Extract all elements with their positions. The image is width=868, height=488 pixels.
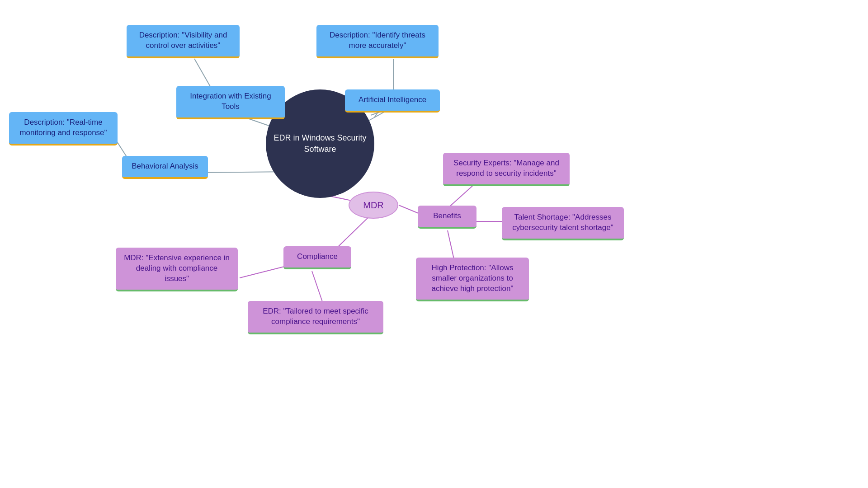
mdr-node: MDR — [349, 192, 398, 219]
mdr-compliance-label: MDR: "Extensive experience in dealing wi… — [124, 253, 230, 283]
ai-node: Artificial Intelligence — [345, 89, 440, 113]
svg-line-5 — [371, 112, 380, 115]
mdr-label: MDR — [363, 200, 384, 211]
desc-visibility-label: Description: "Visibility and control ove… — [139, 31, 227, 50]
compliance-node: Compliance — [283, 246, 351, 269]
center-label: EDR in Windows Security Software — [266, 132, 374, 155]
desc-identify-label: Description: "Identify threats more accu… — [330, 31, 425, 50]
talent-shortage-label: Talent Shortage: "Addresses cybersecurit… — [512, 213, 613, 232]
security-experts-label: Security Experts: "Manage and respond to… — [453, 159, 559, 178]
svg-line-4 — [374, 113, 377, 117]
benefits-node: Benefits — [418, 206, 476, 229]
desc-realtime-label: Description: "Real-time monitoring and r… — [19, 118, 107, 137]
behavioral-label: Behavioral Analysis — [132, 162, 198, 170]
behavioral-node: Behavioral Analysis — [122, 156, 208, 179]
talent-shortage-node: Talent Shortage: "Addresses cybersecurit… — [502, 207, 624, 240]
integration-node: Integration with Existing Tools — [176, 86, 285, 119]
high-protection-node: High Protection: "Allows smaller organiz… — [416, 258, 529, 301]
mdr-compliance-node: MDR: "Extensive experience in dealing wi… — [116, 248, 238, 291]
compliance-label: Compliance — [297, 252, 338, 261]
integration-label: Integration with Existing Tools — [190, 92, 271, 111]
benefits-label: Benefits — [433, 211, 461, 220]
edr-compliance-node: EDR: "Tailored to meet specific complian… — [248, 301, 383, 334]
security-experts-node: Security Experts: "Manage and respond to… — [443, 153, 570, 186]
desc-identify-node: Description: "Identify threats more accu… — [316, 25, 439, 58]
desc-realtime-node: Description: "Real-time monitoring and r… — [9, 112, 118, 145]
ai-label: Artificial Intelligence — [359, 95, 426, 104]
desc-visibility-node: Description: "Visibility and control ove… — [127, 25, 240, 58]
high-protection-label: High Protection: "Allows smaller organiz… — [432, 263, 514, 293]
edr-compliance-label: EDR: "Tailored to meet specific complian… — [263, 307, 368, 326]
